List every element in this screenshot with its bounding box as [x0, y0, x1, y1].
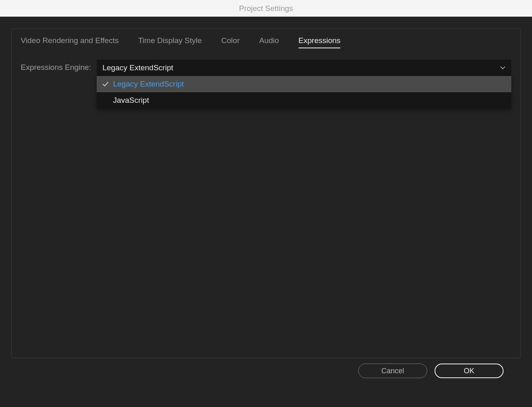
expressions-engine-row: Expressions Engine: Legacy ExtendScript	[21, 60, 511, 76]
ok-button-label: OK	[464, 367, 474, 375]
expressions-engine-label: Expressions Engine:	[21, 60, 91, 72]
cancel-button[interactable]: Cancel	[358, 364, 427, 378]
window-title: Project Settings	[239, 4, 293, 13]
dropdown-selected-text: Legacy ExtendScript	[102, 63, 173, 72]
tab-video-rendering[interactable]: Video Rendering and Effects	[21, 36, 119, 48]
cancel-button-label: Cancel	[381, 367, 404, 375]
tab-time-display[interactable]: Time Display Style	[138, 36, 202, 48]
tab-color[interactable]: Color	[221, 36, 240, 48]
main-content: Video Rendering and Effects Time Display…	[0, 17, 532, 358]
settings-panel: Video Rendering and Effects Time Display…	[11, 28, 521, 358]
chevron-down-icon	[500, 65, 506, 71]
dropdown-option-label: Legacy ExtendScript	[113, 80, 184, 89]
dropdown-option-legacy-extendscript[interactable]: Legacy ExtendScript	[97, 76, 511, 92]
dropdown-option-javascript[interactable]: JavaScript	[97, 92, 511, 108]
ok-button[interactable]: OK	[435, 364, 504, 378]
tabs: Video Rendering and Effects Time Display…	[21, 36, 511, 48]
titlebar: Project Settings	[0, 0, 532, 17]
dropdown-option-label: JavaScript	[113, 96, 149, 105]
check-icon	[102, 81, 113, 87]
tab-audio[interactable]: Audio	[259, 36, 279, 48]
expressions-engine-dropdown-wrapper: Legacy ExtendScript Leg	[97, 60, 511, 76]
dropdown-list: Legacy ExtendScript JavaScript	[97, 76, 511, 108]
tab-expressions[interactable]: Expressions	[298, 36, 341, 48]
footer: Cancel OK	[0, 358, 532, 407]
expressions-engine-dropdown[interactable]: Legacy ExtendScript	[97, 60, 511, 76]
